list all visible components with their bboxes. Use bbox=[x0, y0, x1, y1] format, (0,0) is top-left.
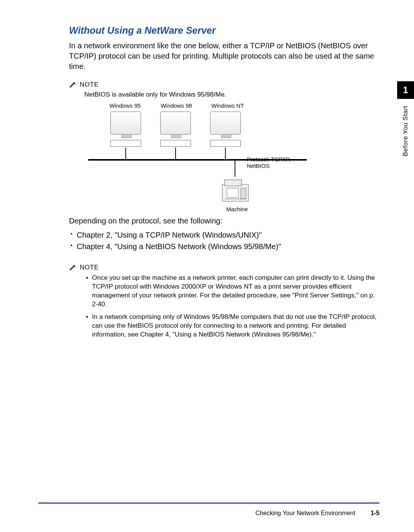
network-diagram: Windows 95 Windows 98 Windows NT Protoco… bbox=[84, 102, 299, 210]
note-label: NOTE bbox=[80, 264, 99, 271]
pencil-icon bbox=[69, 264, 77, 271]
os-label: Windows NT bbox=[210, 102, 245, 109]
network-drop bbox=[235, 161, 235, 177]
machine-label: Machine bbox=[226, 206, 248, 212]
svg-rect-1 bbox=[225, 180, 242, 186]
note-text-1: NetBIOS is available only for Windows 95… bbox=[84, 91, 380, 99]
note-header-2: NOTE bbox=[69, 264, 380, 271]
note-header-1: NOTE bbox=[69, 81, 380, 89]
list-item: In a network comprising only of Windows … bbox=[86, 313, 380, 339]
section-heading: Without Using a NetWare Server bbox=[69, 25, 380, 36]
printer-icon bbox=[220, 177, 251, 204]
computer-base-icon bbox=[110, 140, 141, 147]
os-label: Windows 95 bbox=[107, 102, 143, 109]
pencil-icon bbox=[69, 81, 77, 89]
computer-base-icon bbox=[210, 140, 241, 147]
chapter-number-badge: 1 bbox=[397, 81, 414, 99]
monitor-icon bbox=[210, 112, 241, 135]
svg-rect-2 bbox=[227, 188, 238, 197]
network-drop bbox=[175, 148, 176, 159]
list-item: Once you set up the machine as a network… bbox=[86, 274, 380, 309]
note-label: NOTE bbox=[80, 81, 99, 89]
monitor-icon bbox=[160, 112, 191, 135]
network-drop bbox=[225, 148, 226, 159]
svg-rect-3 bbox=[241, 188, 246, 199]
list-item: Chapter 2, "Using a TCP/IP Network (Wind… bbox=[71, 229, 380, 241]
network-drop bbox=[125, 148, 126, 159]
os-label: Windows 98 bbox=[159, 102, 194, 109]
footer-divider bbox=[38, 502, 380, 504]
chapter-side-tab: 1 Before You Start bbox=[397, 81, 414, 156]
footer-section-title: Checking Your Network Environment bbox=[255, 510, 355, 517]
monitor-icon bbox=[110, 112, 141, 135]
page-number: 1-5 bbox=[371, 510, 380, 517]
chapter-title-vertical: Before You Start bbox=[402, 106, 409, 156]
note-bullet-list: Once you set up the machine as a network… bbox=[86, 274, 380, 339]
list-item: Chapter 4, "Using a NetBIOS Network (Win… bbox=[71, 241, 380, 252]
computer-base-icon bbox=[160, 140, 191, 147]
intro-paragraph: In a network environment like the one be… bbox=[69, 41, 380, 72]
page-footer: Checking Your Network Environment 1-5 bbox=[255, 510, 380, 517]
depending-text: Depending on the protocol, see the follo… bbox=[69, 216, 380, 226]
protocol-label: Protocol: TCP/IP, NetBIOS bbox=[247, 156, 299, 169]
chapter-reference-list: Chapter 2, "Using a TCP/IP Network (Wind… bbox=[71, 229, 380, 252]
